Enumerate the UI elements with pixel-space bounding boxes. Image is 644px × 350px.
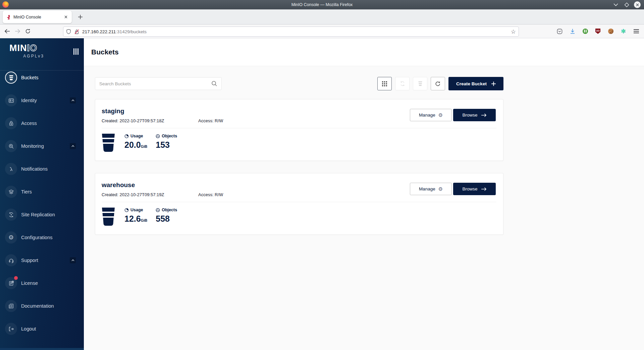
id-card-icon xyxy=(8,98,14,103)
menu-hamburger-icon[interactable] xyxy=(633,29,639,34)
usage-unit: GiB xyxy=(141,218,148,222)
refresh-icon xyxy=(435,81,441,87)
url-text[interactable]: 217.160.222.211:31429/buckets xyxy=(82,29,511,34)
navigation-toolbar: 217.160.222.211:31429/buckets ☆ UO ✻ xyxy=(0,25,644,38)
page-header: Buckets xyxy=(84,38,644,66)
url-host: 217.160.222.211 xyxy=(82,29,116,34)
ublock-extension-icon[interactable]: UO xyxy=(595,29,601,34)
sidebar-item-tiers[interactable]: Tiers xyxy=(0,185,84,199)
sidebar-item-monitoring[interactable]: Monitoring xyxy=(0,139,84,153)
search-buckets-field[interactable] xyxy=(95,77,222,90)
bucket-access: Access: R/W xyxy=(198,192,223,197)
browse-button[interactable]: Browse xyxy=(453,109,496,121)
sidebar-item-logout[interactable]: Logout xyxy=(0,322,84,336)
search-input[interactable] xyxy=(99,81,211,86)
objects-icon xyxy=(156,208,160,212)
manage-button[interactable]: Manage ⚙ xyxy=(410,183,452,195)
close-button[interactable] xyxy=(634,1,641,8)
chevron-up-icon[interactable] xyxy=(70,97,76,103)
sidebar-item-label: License xyxy=(21,280,38,286)
usage-label: Usage xyxy=(130,208,143,212)
chevron-up-icon[interactable] xyxy=(70,143,76,149)
sidebar-item-label: Monitoring xyxy=(21,143,44,149)
magnifier-pulse-icon xyxy=(8,143,14,149)
sidebar-item-identity[interactable]: Identity xyxy=(0,94,84,107)
license-tag: AGPLv3 xyxy=(9,54,44,58)
maximize-button[interactable] xyxy=(623,1,630,8)
sidebar-item-label: Buckets xyxy=(21,75,39,80)
minio-logo-area: MINIO AGPLv3 xyxy=(0,38,84,71)
bucket-access: Access: R/W xyxy=(198,118,223,123)
sidebar-item-buckets[interactable]: Buckets xyxy=(0,71,84,84)
bucket-card-warehouse[interactable]: warehouse Created: 2022-10-27T09:57:19Z … xyxy=(95,173,503,235)
tab-minio-console[interactable]: MinIO Console xyxy=(3,11,72,23)
window-title: MinIO Console — Mozilla Firefox xyxy=(0,0,644,9)
minio-logo: MINIO xyxy=(9,43,37,53)
create-bucket-button[interactable]: Create Bucket xyxy=(448,77,503,90)
controls-row: Create Bucket xyxy=(95,77,503,90)
bucket-icon-large xyxy=(102,134,115,152)
sidebar-item-access[interactable]: Access xyxy=(0,117,84,130)
sidebar-item-notifications[interactable]: Notifications xyxy=(0,162,84,176)
cookie-extension-icon[interactable] xyxy=(608,29,613,34)
sidebar-item-configurations[interactable]: ⚙ Configurations xyxy=(0,231,84,244)
lambda-icon xyxy=(8,166,14,172)
usage-label: Usage xyxy=(130,134,143,138)
sidebar-item-label: Configurations xyxy=(21,235,53,240)
objects-value: 558 xyxy=(156,214,177,223)
url-bar[interactable]: 217.160.222.211:31429/buckets ☆ xyxy=(63,27,519,37)
replicate-icon xyxy=(400,81,405,86)
chevron-up-icon[interactable] xyxy=(70,257,76,263)
sidebar-item-label: Logout xyxy=(21,326,36,332)
manage-button[interactable]: Manage ⚙ xyxy=(410,109,452,121)
bucket-outline-icon xyxy=(418,81,423,86)
sidebar-item-site-replication[interactable]: Site Replication xyxy=(0,208,84,221)
tab-close-icon[interactable] xyxy=(62,14,69,20)
grid-view-button[interactable] xyxy=(377,77,392,90)
objects-label: Objects xyxy=(162,134,177,138)
layers-icon xyxy=(8,189,14,195)
objects-label: Objects xyxy=(162,208,177,212)
minimize-button[interactable] xyxy=(612,1,619,8)
sidebar-item-documentation[interactable]: Documentation xyxy=(0,299,84,313)
sidebar-item-label: Site Replication xyxy=(21,212,55,217)
objects-value: 153 xyxy=(156,140,177,149)
sidebar-item-support[interactable]: Support xyxy=(0,254,84,267)
plus-icon xyxy=(78,15,83,19)
forward-button[interactable] xyxy=(12,26,22,36)
page-title: Buckets xyxy=(91,48,119,56)
sidebar-footer-strip xyxy=(0,348,84,350)
sidebar-item-label: Identity xyxy=(21,98,37,103)
sidebar-item-label: Notifications xyxy=(21,166,48,172)
refresh-buckets-button[interactable] xyxy=(431,77,445,90)
sidebar-item-label: Support xyxy=(21,258,38,263)
tab-title: MinIO Console xyxy=(13,15,62,19)
download-icon[interactable] xyxy=(570,29,575,34)
browse-button[interactable]: Browse xyxy=(453,183,496,195)
tracking-shield-icon[interactable] xyxy=(66,29,71,34)
bookmark-star-icon[interactable]: ☆ xyxy=(511,29,516,35)
reload-button[interactable] xyxy=(23,26,33,36)
back-button[interactable] xyxy=(2,26,12,36)
container-extension-icon[interactable]: ✻ xyxy=(621,29,626,34)
arrow-right-icon xyxy=(481,113,487,117)
grid-icon xyxy=(382,81,387,86)
bucket-created: Created: 2022-10-27T09:57:18Z xyxy=(102,118,198,123)
sidebar-collapse-button[interactable] xyxy=(73,48,78,55)
license-document-icon xyxy=(8,280,14,286)
replicate-buckets-button xyxy=(395,77,410,90)
sidebar-item-label: Documentation xyxy=(21,303,54,309)
new-tab-button[interactable] xyxy=(76,12,85,21)
sidebar: MINIO AGPLv3 Buckets Identity Access xyxy=(0,38,84,350)
gear-icon: ⚙ xyxy=(438,113,443,118)
sidebar-item-license[interactable]: License xyxy=(0,276,84,290)
bucket-card-staging[interactable]: staging Created: 2022-10-27T09:57:18Z Ac… xyxy=(95,99,503,161)
logout-icon xyxy=(8,326,14,332)
insecure-lock-icon[interactable] xyxy=(74,29,79,35)
arrow-right-icon xyxy=(481,187,487,191)
pocket-icon[interactable] xyxy=(557,29,562,34)
license-notification-dot xyxy=(14,276,18,280)
privacy-extension-icon[interactable] xyxy=(582,29,588,34)
lock-icon xyxy=(8,121,14,126)
sidebar-menu: Buckets Identity Access Monitoring xyxy=(0,71,84,336)
